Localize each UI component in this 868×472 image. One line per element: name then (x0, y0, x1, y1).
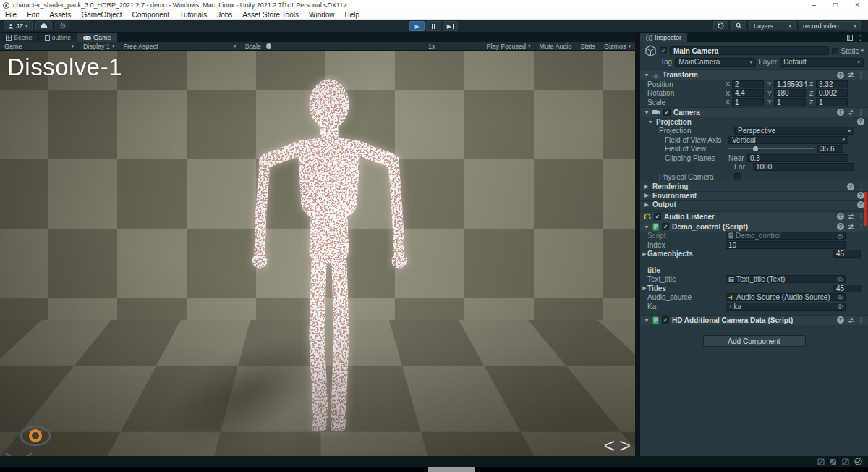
preset-icon[interactable] (848, 214, 854, 220)
preset-icon[interactable] (848, 224, 854, 230)
play-button[interactable]: ▶ (409, 21, 425, 31)
settings-button[interactable] (55, 21, 70, 30)
scale-slider-knob[interactable] (266, 43, 271, 49)
section-output[interactable]: ▶ Output ? (640, 200, 868, 209)
foldout-icon[interactable]: ▶ (644, 202, 650, 208)
rotation-z-field[interactable]: 0.002 (816, 89, 848, 97)
gizmos-dropdown[interactable]: Gizmos ▾ (600, 42, 635, 51)
step-button[interactable]: ▶ (443, 21, 458, 31)
preset-icon[interactable] (848, 317, 854, 324)
rotation-y-field[interactable]: 180 (774, 89, 806, 97)
undo-history-button[interactable] (713, 21, 728, 30)
help-icon[interactable]: ? (837, 223, 844, 230)
object-picker-icon[interactable]: ◎ (837, 303, 843, 310)
eye-closed-icon[interactable] (3, 450, 35, 456)
far-field[interactable]: 1000 (753, 163, 854, 171)
eye-open-icon[interactable] (19, 424, 52, 447)
add-component-button[interactable]: Add Component (703, 335, 806, 347)
pane-divider[interactable] (635, 33, 640, 456)
index-field[interactable]: 10 (726, 241, 846, 249)
prev-demo-button[interactable]: < (602, 436, 616, 456)
menu-edit[interactable]: Edit (22, 11, 44, 19)
hd-camera-data-checkbox[interactable]: ✓ (662, 316, 669, 324)
game-mode-dropdown[interactable]: Game ▾ (0, 42, 78, 51)
search-button[interactable] (731, 21, 746, 30)
menu-gameobject[interactable]: GameObject (76, 11, 127, 19)
tab-scene[interactable]: Scene (0, 33, 38, 42)
fov-axis-dropdown[interactable]: Vertical▾ (728, 136, 848, 144)
foldout-icon[interactable]: ▶ (642, 285, 647, 291)
active-checkbox[interactable]: ✓ (660, 47, 667, 54)
text-title-object-field[interactable]: Text_title (Text) ◎ (726, 275, 846, 283)
restore-button[interactable]: □ (825, 0, 846, 10)
menu-jobs[interactable]: Jobs (212, 11, 237, 19)
transform-header[interactable]: ▼ Transform ? ⋮ (640, 69, 868, 80)
console-info-muted-icon[interactable] (817, 458, 825, 465)
position-y-field[interactable]: 1.165934 (774, 80, 806, 88)
audio-source-object-field[interactable]: Audio Source (Audio Source) ◎ (726, 293, 846, 301)
scale-y-field[interactable]: 1 (774, 98, 806, 106)
console-error-muted-icon[interactable] (842, 458, 849, 465)
layers-dropdown[interactable]: Layers ▾ (749, 21, 796, 30)
demo-control-header[interactable]: ▼ ✓ Demo_control (Script) ? ⋮ (640, 222, 868, 232)
near-field[interactable]: 0.3 (747, 154, 848, 162)
help-icon[interactable]: ? (837, 213, 844, 220)
fov-slider-knob[interactable] (753, 146, 758, 151)
scale-x-field[interactable]: 1 (732, 98, 764, 106)
gameobjects-row[interactable]: ▶ Gameobjects 45 (640, 250, 868, 259)
foldout-icon[interactable]: ▼ (644, 318, 650, 323)
tab-inspector[interactable]: i Inspector (640, 33, 687, 42)
foldout-icon[interactable]: ▶ (644, 184, 650, 190)
console-warning-muted-icon[interactable] (830, 458, 837, 465)
tab-outline[interactable]: outline (39, 33, 77, 42)
audio-listener-checkbox[interactable]: ✓ (654, 213, 661, 220)
ka-object-field[interactable]: ♪ ka ◎ (726, 303, 846, 311)
aspect-dropdown[interactable]: Free Aspect ▾ (119, 42, 241, 51)
pause-button[interactable] (426, 21, 441, 31)
help-icon[interactable]: ? (837, 72, 844, 79)
foldout-icon[interactable]: ▼ (644, 72, 650, 77)
account-dropdown[interactable]: JZ ▾ (4, 21, 33, 30)
preset-icon[interactable] (848, 109, 854, 116)
display-dropdown[interactable]: Display 1 ▾ (79, 42, 119, 51)
kebab-menu-icon[interactable]: ⋮ (858, 183, 864, 190)
gameobjects-count-field[interactable]: 45 (833, 250, 861, 258)
taskbar-active-app[interactable] (428, 467, 475, 472)
demo-control-checkbox[interactable]: ✓ (662, 223, 669, 230)
physical-camera-checkbox[interactable] (734, 173, 741, 180)
titles-row[interactable]: ▶ Titles 45 (640, 284, 868, 293)
foldout-icon[interactable]: ▼ (644, 224, 650, 229)
camera-header[interactable]: ▼ ✓ Camera ? ⋮ (640, 107, 868, 117)
menu-assets[interactable]: Assets (44, 11, 76, 19)
help-icon[interactable]: ? (847, 183, 854, 190)
layout-dropdown[interactable]: record video ▾ (799, 21, 861, 30)
menu-help[interactable]: Help (340, 11, 365, 19)
section-environment[interactable]: ▶ Environment ? (640, 191, 868, 201)
minimize-button[interactable]: – (803, 0, 825, 10)
script-object-field[interactable]: Demo_control ◎ (726, 232, 846, 240)
object-picker-icon[interactable]: ◎ (837, 232, 843, 240)
help-icon[interactable]: ? (837, 316, 844, 324)
fov-slider[interactable] (728, 148, 814, 149)
gameobject-name-field[interactable]: Main Camera (670, 46, 829, 55)
titles-count-field[interactable]: 45 (833, 285, 861, 292)
menu-file[interactable]: File (0, 11, 22, 19)
rotation-x-field[interactable]: 4.4 (732, 89, 764, 97)
help-icon[interactable]: ? (837, 109, 844, 116)
preset-icon[interactable] (848, 72, 854, 78)
scale-slider[interactable] (263, 46, 426, 46)
help-icon[interactable]: ? (857, 118, 864, 125)
layer-dropdown[interactable]: Default ▾ (780, 58, 864, 67)
close-button[interactable]: × (846, 0, 868, 10)
cloud-services-button[interactable] (35, 21, 52, 30)
kebab-menu-icon[interactable]: ⋮ (858, 109, 864, 116)
foldout-icon[interactable]: ▼ (644, 110, 650, 115)
object-picker-icon[interactable]: ◎ (837, 294, 843, 301)
kebab-menu-icon[interactable]: ⋮ (858, 72, 864, 79)
position-x-field[interactable]: 2 (732, 80, 764, 88)
static-toggle[interactable]: Static ▾ (832, 47, 864, 55)
section-rendering[interactable]: ▶ Rendering ?⋮ (640, 182, 868, 191)
foldout-icon[interactable]: ▶ (644, 193, 650, 198)
projection-dropdown[interactable]: Perspective▾ (734, 127, 854, 135)
hd-camera-data-header[interactable]: ▼ ✓ HD Additional Camera Data (Script) ?… (640, 315, 868, 325)
